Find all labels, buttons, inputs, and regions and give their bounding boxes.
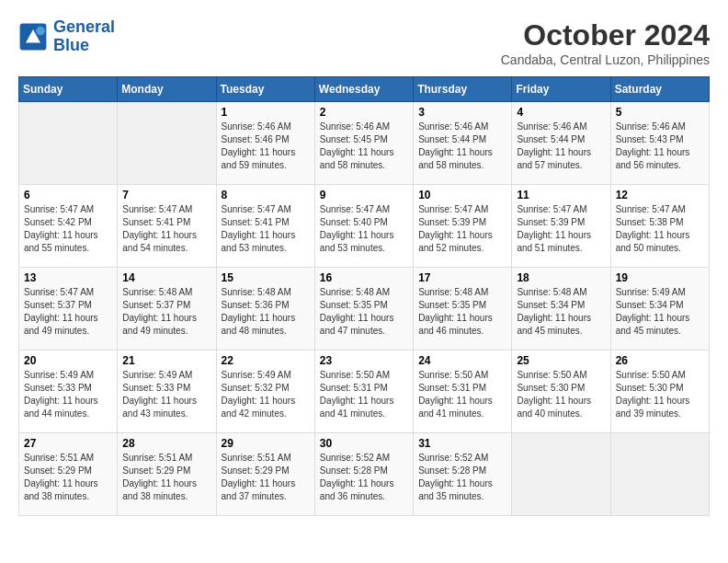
cell-info: Sunrise: 5:52 AMSunset: 5:28 PMDaylight:… [418, 452, 506, 503]
header-monday: Monday [118, 77, 216, 102]
calendar-table: Sunday Monday Tuesday Wednesday Thursday… [18, 76, 710, 516]
svg-point-2 [36, 27, 45, 36]
cell-info: Sunrise: 5:47 AMSunset: 5:37 PMDaylight:… [24, 286, 112, 338]
cell-info: Sunrise: 5:48 AMSunset: 5:34 PMDaylight:… [517, 286, 605, 338]
cell-w4-d3: 22 Sunrise: 5:49 AMSunset: 5:32 PMDaylig… [216, 350, 314, 433]
cell-w5-d5: 31 Sunrise: 5:52 AMSunset: 5:28 PMDaylig… [414, 433, 512, 516]
cell-info: Sunrise: 5:49 AMSunset: 5:32 PMDaylight:… [222, 369, 310, 420]
cell-info: Sunrise: 5:47 AMSunset: 5:38 PMDaylight:… [616, 203, 704, 255]
cell-w4-d1: 20 Sunrise: 5:49 AMSunset: 5:33 PMDaylig… [19, 350, 118, 433]
header-friday: Friday [512, 77, 610, 102]
cell-info: Sunrise: 5:51 AMSunset: 5:29 PMDaylight:… [24, 452, 112, 503]
cell-info: Sunrise: 5:46 AMSunset: 5:46 PMDaylight:… [222, 121, 310, 172]
week-row-5: 27 Sunrise: 5:51 AMSunset: 5:29 PMDaylig… [19, 433, 710, 516]
cell-info: Sunrise: 5:46 AMSunset: 5:44 PMDaylight:… [517, 121, 605, 172]
cell-w3-d6: 18 Sunrise: 5:48 AMSunset: 5:34 PMDaylig… [512, 268, 610, 350]
week-row-1: 1 Sunrise: 5:46 AMSunset: 5:46 PMDayligh… [19, 102, 710, 185]
day-number: 27 [24, 437, 112, 450]
cell-w5-d7 [610, 433, 709, 516]
title-block: October 2024 Candaba, Central Luzon, Phi… [501, 18, 710, 67]
cell-w1-d1 [19, 102, 118, 185]
day-number: 17 [418, 271, 506, 284]
day-number: 30 [320, 437, 408, 450]
day-number: 6 [24, 189, 112, 201]
cell-info: Sunrise: 5:49 AMSunset: 5:33 PMDaylight:… [24, 369, 112, 420]
cell-info: Sunrise: 5:49 AMSunset: 5:34 PMDaylight:… [616, 286, 704, 338]
day-number: 31 [418, 437, 506, 450]
cell-info: Sunrise: 5:47 AMSunset: 5:42 PMDaylight:… [24, 203, 112, 255]
day-number: 28 [122, 437, 210, 450]
cell-info: Sunrise: 5:47 AMSunset: 5:39 PMDaylight:… [418, 203, 506, 255]
cell-info: Sunrise: 5:46 AMSunset: 5:44 PMDaylight:… [418, 121, 506, 172]
cell-w3-d1: 13 Sunrise: 5:47 AMSunset: 5:37 PMDaylig… [19, 268, 118, 350]
cell-info: Sunrise: 5:47 AMSunset: 5:41 PMDaylight:… [222, 203, 310, 255]
cell-info: Sunrise: 5:47 AMSunset: 5:41 PMDaylight:… [122, 203, 210, 255]
cell-info: Sunrise: 5:52 AMSunset: 5:28 PMDaylight:… [320, 452, 408, 503]
cell-w1-d4: 2 Sunrise: 5:46 AMSunset: 5:45 PMDayligh… [314, 102, 413, 185]
week-row-2: 6 Sunrise: 5:47 AMSunset: 5:42 PMDayligh… [19, 185, 710, 268]
page-header: General Blue October 2024 Candaba, Centr… [18, 18, 710, 67]
day-number: 1 [222, 106, 310, 119]
day-number: 19 [616, 271, 704, 284]
header-row: Sunday Monday Tuesday Wednesday Thursday… [19, 77, 710, 102]
week-row-4: 20 Sunrise: 5:49 AMSunset: 5:33 PMDaylig… [19, 350, 710, 433]
cell-w2-d5: 10 Sunrise: 5:47 AMSunset: 5:39 PMDaylig… [414, 185, 512, 268]
day-number: 4 [517, 106, 605, 119]
cell-w3-d7: 19 Sunrise: 5:49 AMSunset: 5:34 PMDaylig… [610, 268, 709, 350]
header-sunday: Sunday [19, 77, 118, 102]
day-number: 29 [222, 437, 310, 450]
day-number: 2 [320, 106, 408, 119]
cell-w5-d4: 30 Sunrise: 5:52 AMSunset: 5:28 PMDaylig… [314, 433, 413, 516]
day-number: 5 [616, 106, 704, 119]
day-number: 22 [222, 354, 310, 367]
location: Candaba, Central Luzon, Philippines [501, 52, 710, 67]
cell-info: Sunrise: 5:50 AMSunset: 5:31 PMDaylight:… [320, 369, 408, 420]
calendar-body: 1 Sunrise: 5:46 AMSunset: 5:46 PMDayligh… [19, 102, 710, 516]
day-number: 7 [122, 189, 210, 201]
cell-w4-d2: 21 Sunrise: 5:49 AMSunset: 5:33 PMDaylig… [118, 350, 216, 433]
logo: General Blue [18, 18, 115, 55]
day-number: 23 [320, 354, 408, 367]
cell-info: Sunrise: 5:46 AMSunset: 5:45 PMDaylight:… [320, 121, 408, 172]
cell-w2-d6: 11 Sunrise: 5:47 AMSunset: 5:39 PMDaylig… [512, 185, 610, 268]
cell-info: Sunrise: 5:51 AMSunset: 5:29 PMDaylight:… [122, 452, 210, 503]
cell-w2-d4: 9 Sunrise: 5:47 AMSunset: 5:40 PMDayligh… [314, 185, 413, 268]
logo-line1: General [53, 18, 115, 37]
cell-w2-d1: 6 Sunrise: 5:47 AMSunset: 5:42 PMDayligh… [19, 185, 118, 268]
cell-info: Sunrise: 5:48 AMSunset: 5:37 PMDaylight:… [122, 286, 210, 338]
calendar-header: Sunday Monday Tuesday Wednesday Thursday… [19, 77, 710, 102]
logo-text: General Blue [53, 18, 115, 55]
cell-info: Sunrise: 5:48 AMSunset: 5:35 PMDaylight:… [418, 286, 506, 338]
day-number: 11 [517, 189, 605, 201]
cell-w1-d5: 3 Sunrise: 5:46 AMSunset: 5:44 PMDayligh… [414, 102, 512, 185]
cell-info: Sunrise: 5:49 AMSunset: 5:33 PMDaylight:… [122, 369, 210, 420]
cell-w2-d7: 12 Sunrise: 5:47 AMSunset: 5:38 PMDaylig… [610, 185, 709, 268]
cell-info: Sunrise: 5:51 AMSunset: 5:29 PMDaylight:… [222, 452, 310, 503]
cell-w3-d3: 15 Sunrise: 5:48 AMSunset: 5:36 PMDaylig… [216, 268, 314, 350]
day-number: 13 [24, 271, 112, 284]
cell-w1-d7: 5 Sunrise: 5:46 AMSunset: 5:43 PMDayligh… [610, 102, 709, 185]
cell-w4-d5: 24 Sunrise: 5:50 AMSunset: 5:31 PMDaylig… [414, 350, 512, 433]
header-wednesday: Wednesday [314, 77, 413, 102]
day-number: 20 [24, 354, 112, 367]
logo-icon [18, 22, 48, 52]
day-number: 21 [122, 354, 210, 367]
day-number: 9 [320, 189, 408, 201]
cell-w3-d4: 16 Sunrise: 5:48 AMSunset: 5:35 PMDaylig… [314, 268, 413, 350]
cell-info: Sunrise: 5:46 AMSunset: 5:43 PMDaylight:… [616, 121, 704, 172]
day-number: 3 [418, 106, 506, 119]
cell-w3-d5: 17 Sunrise: 5:48 AMSunset: 5:35 PMDaylig… [414, 268, 512, 350]
week-row-3: 13 Sunrise: 5:47 AMSunset: 5:37 PMDaylig… [19, 268, 710, 350]
day-number: 15 [222, 271, 310, 284]
cell-w4-d7: 26 Sunrise: 5:50 AMSunset: 5:30 PMDaylig… [610, 350, 709, 433]
cell-w3-d2: 14 Sunrise: 5:48 AMSunset: 5:37 PMDaylig… [118, 268, 216, 350]
header-saturday: Saturday [610, 77, 709, 102]
cell-w2-d3: 8 Sunrise: 5:47 AMSunset: 5:41 PMDayligh… [216, 185, 314, 268]
day-number: 10 [418, 189, 506, 201]
cell-w5-d6 [512, 433, 610, 516]
cell-w5-d1: 27 Sunrise: 5:51 AMSunset: 5:29 PMDaylig… [19, 433, 118, 516]
cell-w5-d3: 29 Sunrise: 5:51 AMSunset: 5:29 PMDaylig… [216, 433, 314, 516]
day-number: 26 [616, 354, 704, 367]
cell-w4-d4: 23 Sunrise: 5:50 AMSunset: 5:31 PMDaylig… [314, 350, 413, 433]
cell-w1-d3: 1 Sunrise: 5:46 AMSunset: 5:46 PMDayligh… [216, 102, 314, 185]
